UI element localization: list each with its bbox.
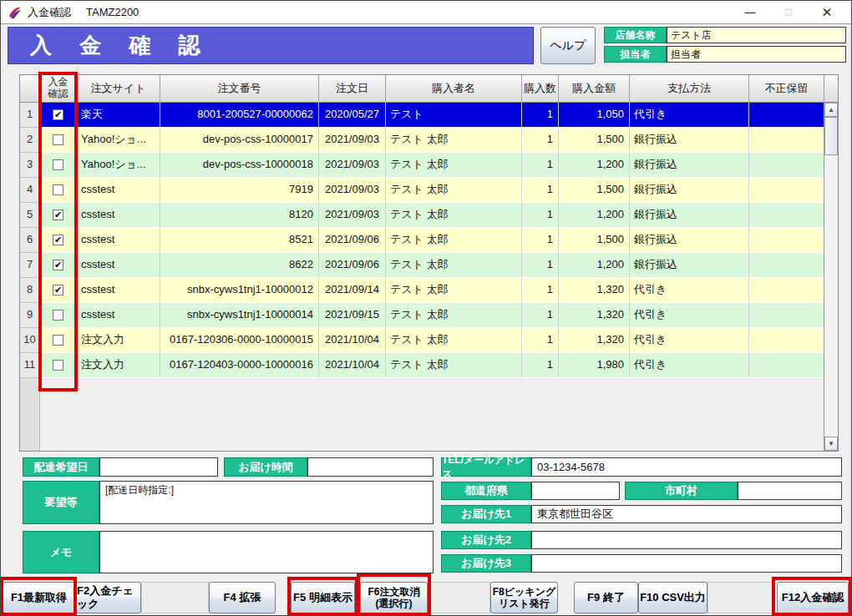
table-header-row: 入金 確認 注文サイト 注文番号 注文日 購入者名 購入数 購入金額 支払方法 … xyxy=(20,75,838,103)
fraud-hold-cell xyxy=(749,353,824,378)
purchase-amount-cell: 1,980 xyxy=(559,353,630,378)
f1-refresh-button[interactable]: F1最新取得 xyxy=(3,582,75,613)
table-row[interactable]: 6✔csstest85212021/09/06テスト 太郎11,500銀行振込 xyxy=(20,228,838,253)
table-row[interactable]: 9csstestsnbx-cyws1tnj1-100000142021/09/1… xyxy=(20,303,838,328)
address2-label: お届け先2 xyxy=(441,531,531,549)
payment-confirm-checkbox[interactable] xyxy=(53,159,63,170)
buyer-name-cell: テスト xyxy=(386,103,522,128)
purchase-qty-cell: 1 xyxy=(522,103,559,128)
table-row[interactable]: 11注文入力0167-120403-0000-100000162021/10/0… xyxy=(20,353,838,378)
purchase-qty-cell: 1 xyxy=(522,178,559,203)
payment-confirm-checkbox[interactable]: ✔ xyxy=(53,235,63,245)
order-number-cell: 0167-120403-0000-10000016 xyxy=(160,353,319,378)
payment-confirm-checkbox[interactable] xyxy=(53,335,63,346)
address3-field[interactable] xyxy=(531,554,842,573)
payment-confirm-checkbox[interactable] xyxy=(53,134,63,145)
f12-payment-confirm-button[interactable]: F12入金確認 xyxy=(777,582,849,613)
grid-empty-area xyxy=(20,378,824,451)
payment-confirm-cell[interactable] xyxy=(40,303,77,328)
table-row[interactable]: 8✔csstestsnbx-cyws1tnj1-100000122021/09/… xyxy=(20,278,838,303)
payment-confirm-checkbox[interactable]: ✔ xyxy=(53,109,63,120)
table-row[interactable]: 10注文入力0167-120306-0000-100000152021/10/0… xyxy=(20,328,838,353)
scroll-down-icon[interactable]: ▼ xyxy=(824,437,838,451)
payment-confirm-checkbox[interactable]: ✔ xyxy=(53,260,63,270)
scrollbar-thumb[interactable] xyxy=(824,117,838,155)
f8-picking-list-button[interactable]: F8ピッキング リスト発行 xyxy=(490,582,558,613)
request-field[interactable]: [配送日時指定:] xyxy=(99,481,434,524)
address1-field[interactable]: 東京都世田谷区 xyxy=(531,505,842,523)
col-header-rownum xyxy=(20,75,40,103)
col-header-order-site: 注文サイト xyxy=(77,75,160,103)
f9-exit-button[interactable]: F9 終了 xyxy=(574,582,638,613)
payment-confirm-checkbox[interactable] xyxy=(53,184,63,195)
purchase-amount-cell: 1,500 xyxy=(559,228,630,253)
col-header-fraud-hold: 不正保留 xyxy=(749,75,824,103)
order-number-cell: 8521 xyxy=(160,228,319,253)
f10-csv-export-button[interactable]: F10 CSV出力 xyxy=(638,582,707,613)
buyer-name-cell: テスト 太郎 xyxy=(386,353,522,378)
help-button[interactable]: ヘルプ xyxy=(540,27,596,64)
delivery-date-field[interactable] xyxy=(99,457,218,477)
table-row[interactable]: 2Yahoo!ショ...dev-pos-css-100000172021/09/… xyxy=(20,128,838,153)
buyer-name-cell: テスト 太郎 xyxy=(386,128,522,153)
orders-grid: 入金 確認 注文サイト 注文番号 注文日 購入者名 購入数 購入金額 支払方法 … xyxy=(19,74,839,452)
fraud-hold-cell xyxy=(749,128,824,153)
payment-confirm-cell[interactable] xyxy=(40,353,77,378)
payment-confirm-cell[interactable]: ✔ xyxy=(40,253,77,278)
payment-confirm-cell[interactable]: ✔ xyxy=(40,278,77,303)
order-number-cell: dev-pos-css-10000017 xyxy=(160,128,319,153)
f4-extension-button[interactable]: F4 拡張 xyxy=(209,582,276,613)
vertical-scrollbar[interactable]: ▲ ▼ xyxy=(824,103,838,451)
payment-method-cell: 銀行振込 xyxy=(630,128,749,153)
buyer-name-cell: テスト 太郎 xyxy=(386,328,522,353)
order-number-cell: 8120 xyxy=(160,203,319,228)
f2-payment-check-button[interactable]: F2入金チェック xyxy=(76,582,141,613)
payment-method-cell: 代引き xyxy=(630,278,749,303)
payment-confirm-cell[interactable] xyxy=(40,178,77,203)
purchase-qty-cell: 1 xyxy=(522,278,559,303)
col-header-order-number: 注文番号 xyxy=(160,75,319,103)
payment-confirm-cell[interactable]: ✔ xyxy=(40,228,77,253)
table-row[interactable]: 5✔csstest81202021/09/03テスト 太郎11,200銀行振込 xyxy=(20,203,838,228)
payment-confirm-cell[interactable] xyxy=(40,328,77,353)
minimize-icon[interactable]: — xyxy=(731,1,769,23)
col-header-purchase-qty: 購入数 xyxy=(522,75,559,103)
fraud-hold-cell xyxy=(749,203,824,228)
table-row[interactable]: 3Yahoo!ショ...dev-pos-css-100000182021/09/… xyxy=(20,153,838,178)
tel-mail-field[interactable]: 03-1234-5678 xyxy=(531,457,842,477)
order-date-cell: 2021/09/03 xyxy=(319,128,386,153)
order-date-cell: 2021/09/03 xyxy=(319,203,386,228)
payment-confirm-checkbox[interactable]: ✔ xyxy=(53,210,63,220)
f5-detail-view-button[interactable]: F5 明細表示 xyxy=(291,582,355,613)
order-date-cell: 2021/09/14 xyxy=(319,278,386,303)
table-row[interactable]: 7✔csstest86222021/09/06テスト 太郎11,200銀行振込 xyxy=(20,253,838,278)
payment-confirm-cell[interactable]: ✔ xyxy=(40,203,77,228)
purchase-amount-cell: 1,500 xyxy=(559,128,630,153)
close-icon[interactable]: ✕ xyxy=(808,1,846,23)
tel-mail-label: TEL/メールアドレス xyxy=(441,457,531,477)
order-site-cell: 注文入力 xyxy=(77,353,160,378)
delivery-time-field[interactable] xyxy=(307,457,434,477)
payment-confirm-checkbox[interactable] xyxy=(53,310,63,321)
table-row[interactable]: 4csstest79192021/09/03テスト 太郎11,500銀行振込 xyxy=(20,178,838,203)
f6-cancel-order-button[interactable]: F6注文取消 (選択行) xyxy=(360,582,428,613)
f3-empty-slot xyxy=(141,582,209,613)
payment-confirm-cell[interactable]: ✔ xyxy=(40,103,77,128)
memo-field[interactable] xyxy=(99,531,434,573)
payment-confirm-checkbox[interactable]: ✔ xyxy=(53,285,63,295)
payment-confirm-cell[interactable] xyxy=(40,153,77,178)
payment-method-cell: 銀行振込 xyxy=(630,228,749,253)
fraud-hold-cell xyxy=(749,153,824,178)
buyer-name-cell: テスト 太郎 xyxy=(386,253,522,278)
fraud-hold-cell xyxy=(749,328,824,353)
payment-confirm-cell[interactable] xyxy=(40,128,77,153)
payment-confirm-checkbox[interactable] xyxy=(53,360,63,371)
city-field[interactable] xyxy=(738,482,842,500)
prefecture-field[interactable] xyxy=(531,482,620,500)
scroll-up-icon[interactable]: ▲ xyxy=(824,103,838,117)
address2-field[interactable] xyxy=(531,531,842,549)
table-row[interactable]: 1✔楽天8001-200527-000000622020/05/27テスト11,… xyxy=(20,103,838,128)
fraud-hold-cell xyxy=(749,303,824,328)
fraud-hold-cell xyxy=(749,253,824,278)
row-number: 10 xyxy=(20,328,40,353)
